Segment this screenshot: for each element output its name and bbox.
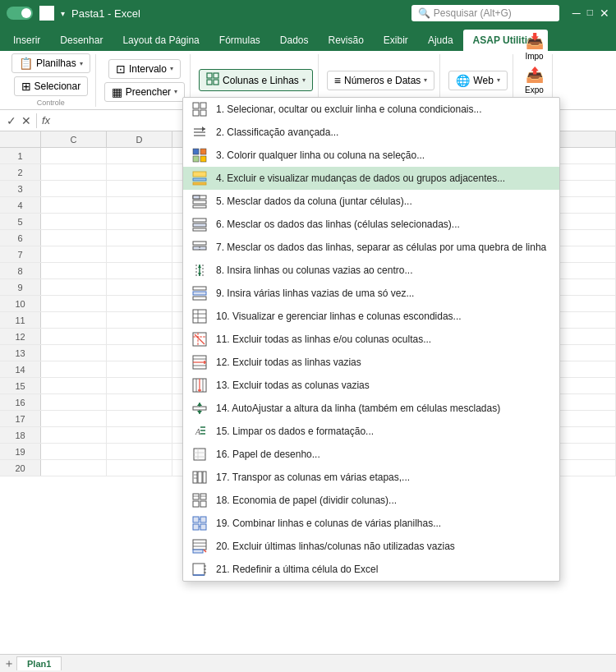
cell-c10[interactable] (41, 296, 107, 311)
cell-d6[interactable] (107, 230, 172, 246)
cell-c6[interactable] (41, 230, 107, 246)
tab-layout[interactable]: Layout da Página (113, 30, 209, 51)
cell-d17[interactable] (107, 411, 172, 426)
search-box[interactable]: 🔍 Pesquisar (Alt+G) (411, 5, 559, 21)
cell-c3[interactable] (41, 181, 107, 196)
intervalo-dropdown[interactable]: ⊡ Intervalo ▾ (108, 59, 181, 79)
menu-item-7[interactable]: 7. Mesclar os dados das linhas, separar … (183, 236, 559, 259)
cell-c11[interactable] (41, 312, 107, 328)
cell-c20[interactable] (41, 460, 107, 476)
cell-c18[interactable] (41, 427, 107, 443)
cell-d8[interactable] (107, 263, 172, 278)
cell-d9[interactable] (107, 279, 172, 295)
controle-label: Controle (37, 99, 65, 107)
cell-d4[interactable] (107, 197, 172, 213)
cell-d1[interactable] (107, 148, 172, 163)
cell-d7[interactable] (107, 246, 172, 262)
menu-item-3[interactable]: 3. Colorir qualquer linha ou coluna na s… (183, 144, 559, 167)
menu-item-15[interactable]: A 15. Limpar os dados e formatação... (183, 420, 559, 443)
svg-marker-36 (198, 273, 201, 276)
menu-item-9[interactable]: 9. Insira várias linhas vazias de uma só… (183, 282, 559, 305)
cell-c2[interactable] (41, 164, 107, 180)
preencher-dropdown[interactable]: ▦ Preencher ▾ (104, 82, 185, 102)
colunas-linhas-dropdown[interactable]: Colunas e Linhas ▾ (199, 69, 313, 91)
cell-d12[interactable] (107, 329, 172, 344)
autosave-toggle[interactable] (7, 7, 33, 20)
cell-d18[interactable] (107, 427, 172, 443)
tab-exibir[interactable]: Exibir (374, 30, 418, 51)
cell-d15[interactable] (107, 378, 172, 394)
menu-item-2[interactable]: 2. Classificação avançada... (183, 121, 559, 144)
cell-c17[interactable] (41, 411, 107, 426)
impo-btn[interactable]: 📥 Impo (522, 30, 546, 62)
tab-revisao[interactable]: Revisão (319, 30, 374, 51)
menu-item-10[interactable]: 10. Visualizar e gerenciar linhas e colu… (183, 305, 559, 328)
cell-d19[interactable] (107, 444, 172, 459)
menu-item-20[interactable]: 20. Excluir últimas linhas/colunas não u… (183, 535, 559, 558)
cell-d11[interactable] (107, 312, 172, 328)
cell-c19[interactable] (41, 444, 107, 459)
menu-item-4[interactable]: 4. Excluir e visualizar mudanças de dado… (183, 167, 559, 190)
minimize-icon[interactable]: ─ (572, 7, 581, 20)
formula-x[interactable]: ✕ (21, 114, 31, 127)
close-icon[interactable]: ✕ (600, 7, 609, 20)
tab-dados[interactable]: Dados (270, 30, 319, 51)
menu-item-12[interactable]: 12. Excluir todas as linhas vazias (183, 351, 559, 374)
cell-d3[interactable] (107, 181, 172, 196)
menu-label-10: 10. Visualizar e gerenciar linhas e colu… (216, 311, 462, 322)
cell-c7[interactable] (41, 246, 107, 262)
menu-item-17[interactable]: 17. Transpor as colunas em várias etapas… (183, 466, 559, 489)
menu-item-8[interactable]: 8. Insira linhas ou colunas vazias ao ce… (183, 259, 559, 282)
cell-c5[interactable] (41, 214, 107, 229)
cell-c1[interactable] (41, 148, 107, 163)
row-header: 15 (0, 378, 41, 394)
menu-item-18[interactable]: 18. Economia de papel (dividir colunas).… (183, 489, 559, 512)
menu-item-19[interactable]: 19. Combinar linhas e colunas de várias … (183, 512, 559, 535)
menu-item-13[interactable]: 13. Excluir todas as colunas vazias (183, 374, 559, 397)
svg-rect-23 (193, 196, 200, 199)
planilhas-dropdown[interactable]: 📋 Planilhas ▾ (11, 53, 90, 73)
restore-icon[interactable]: □ (587, 7, 593, 20)
tab-inserir[interactable]: Inserir (3, 30, 50, 51)
cell-d13[interactable] (107, 345, 172, 361)
selecionar-btn[interactable]: ⊞ Selecionar (14, 76, 89, 96)
cell-c13[interactable] (41, 345, 107, 361)
cell-d10[interactable] (107, 296, 172, 311)
cell-c14[interactable] (41, 361, 107, 377)
preencher-icon: ▦ (112, 85, 122, 99)
menu-item-5[interactable]: 5. Mesclar dados da coluna (juntar célul… (183, 190, 559, 213)
numeros-datas-dropdown[interactable]: ≡ Números e Datas ▾ (327, 71, 435, 90)
cell-c8[interactable] (41, 263, 107, 278)
sheet-tab-1[interactable]: Plan1 (16, 656, 62, 670)
cell-d14[interactable] (107, 361, 172, 377)
menu-label-18: 18. Economia de papel (dividir colunas).… (216, 495, 397, 506)
tab-formulas[interactable]: Fórmulas (209, 30, 270, 51)
expo-icon: 📤 (526, 66, 544, 84)
tab-desenhar[interactable]: Desenhar (50, 30, 113, 51)
menu-item-1[interactable]: 1. Selecionar, ocultar ou excluir linha … (183, 98, 559, 121)
svg-rect-85 (200, 524, 206, 530)
menu-item-21[interactable]: 21. Redefinir a última célula do Excel (183, 558, 559, 581)
save-icon[interactable] (39, 6, 54, 21)
menu-item-16[interactable]: 16. Papel de desenho... (183, 443, 559, 466)
menu-item-14[interactable]: 14. AutoAjustar a altura da linha (també… (183, 397, 559, 420)
tab-ajuda[interactable]: Ajuda (418, 30, 463, 51)
cell-d16[interactable] (107, 394, 172, 410)
cell-c12[interactable] (41, 329, 107, 344)
cell-c9[interactable] (41, 279, 107, 295)
cell-d5[interactable] (107, 214, 172, 229)
add-sheet-btn[interactable]: ＋ (3, 656, 15, 671)
cell-d2[interactable] (107, 164, 172, 180)
formula-check[interactable]: ✓ (7, 114, 16, 127)
menu-item-6[interactable]: 6. Mesclar os dados das linhas (células … (183, 213, 559, 236)
svg-marker-35 (198, 265, 201, 268)
cell-c16[interactable] (41, 394, 107, 410)
expo-btn[interactable]: 📤 Expo (522, 64, 547, 96)
cell-d20[interactable] (107, 460, 172, 476)
web-dropdown[interactable]: 🌐 Web ▾ (448, 71, 507, 90)
svg-rect-83 (200, 517, 206, 522)
menu-item-11[interactable]: 11. Excluir todas as linhas e/ou colunas… (183, 328, 559, 351)
quick-access-arrow[interactable]: ▾ (61, 9, 65, 18)
cell-c4[interactable] (41, 197, 107, 213)
cell-c15[interactable] (41, 378, 107, 394)
